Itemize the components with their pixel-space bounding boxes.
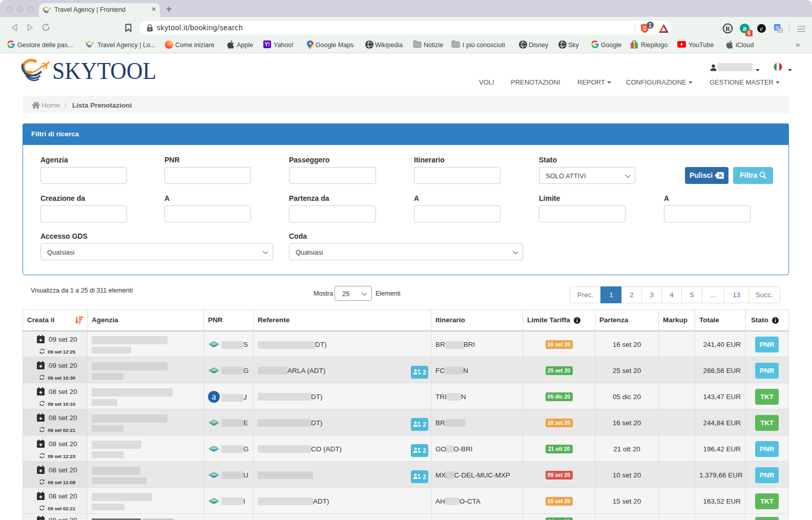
- svg-text:Y!: Y!: [264, 41, 270, 47]
- svg-text:e: e: [760, 25, 763, 32]
- svg-text:文: 文: [779, 28, 783, 33]
- svg-text:a: a: [212, 391, 216, 402]
- svg-text:R: R: [725, 25, 730, 32]
